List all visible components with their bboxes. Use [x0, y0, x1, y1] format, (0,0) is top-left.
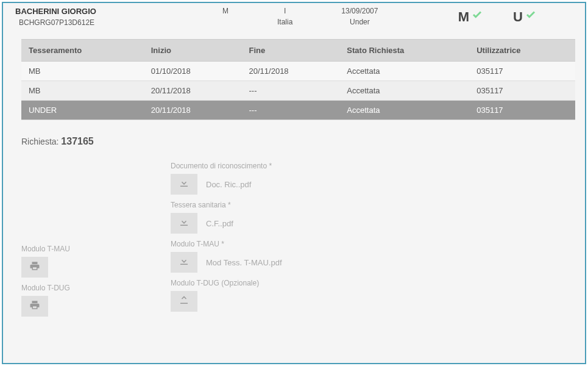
th-inizio: Inizio [144, 40, 242, 62]
country-short: I [277, 7, 292, 15]
cell-stato: Accettata [339, 62, 469, 81]
download-mau-button[interactable] [171, 252, 197, 273]
cell-tess: UNDER [21, 101, 144, 120]
gender-block: M [222, 7, 228, 26]
status-group: M U [458, 7, 536, 25]
cell-tess: MB [21, 62, 144, 81]
cell-util: 035117 [469, 81, 575, 101]
th-fine: Fine [242, 40, 340, 62]
doc-mau-file: Mod Tess. T-MAU.pdf [206, 258, 282, 267]
cell-util: 035117 [469, 62, 575, 81]
cell-fine: --- [242, 81, 340, 101]
person-info: BACHERINI GIORGIO BCHGRG07P13D612E [15, 7, 198, 27]
download-icon [179, 178, 190, 191]
cell-util: 035117 [469, 101, 575, 120]
print-mau-button[interactable] [21, 257, 48, 278]
status-u-label: U [513, 9, 523, 25]
cell-fine: 20/11/2018 [242, 62, 340, 81]
tesseramenti-table: Tesseramento Inizio Fine Stato Richiesta… [21, 39, 575, 120]
print-dug-button[interactable] [21, 296, 48, 317]
th-util: Utilizzatrice [469, 40, 575, 62]
doc-mau-block: Modulo T-MAU * Mod Tess. T-MAU.pdf [171, 240, 567, 273]
category: Under [341, 18, 378, 26]
download-tess-button[interactable] [171, 213, 197, 234]
status-m: M [458, 9, 483, 25]
cell-fine: --- [242, 101, 340, 120]
doc-ric-label: Documento di riconoscimento * [171, 162, 567, 170]
upload-icon [179, 295, 190, 308]
request-number: 137165 [61, 136, 93, 146]
print-icon [29, 300, 40, 313]
print-mau-label: Modulo T-MAU [21, 245, 171, 253]
status-u: U [513, 9, 536, 25]
person-code: BCHGRG07P13D612E [15, 18, 198, 27]
upload-dug-button[interactable] [171, 291, 197, 312]
country-block: I Italia [277, 7, 292, 26]
cell-stato: Accettata [339, 81, 469, 101]
download-icon [179, 256, 190, 269]
gender: M [222, 7, 228, 15]
status-m-label: M [458, 9, 469, 25]
doc-ric-block: Documento di riconoscimento * Doc. Ric..… [171, 162, 567, 195]
download-icon [179, 217, 190, 230]
doc-tess-file: C.F..pdf [206, 219, 233, 228]
th-stato: Stato Richiesta [339, 40, 469, 62]
table-header-row: Tesseramento Inizio Fine Stato Richiesta… [21, 40, 575, 62]
cell-inizio: 01/10/2018 [144, 62, 242, 81]
doc-dug-block: Modulo T-DUG (Opzionale) [171, 279, 567, 312]
person-name: BACHERINI GIORGIO [15, 7, 198, 16]
doc-mau-label: Modulo T-MAU * [171, 240, 567, 248]
print-mau-block: Modulo T-MAU [21, 245, 171, 278]
table-row[interactable]: UNDER 20/11/2018 --- Accettata 035117 [21, 101, 575, 120]
doc-tess-block: Tessera sanitaria * C.F..pdf [171, 201, 567, 234]
table-row[interactable]: MB 20/11/2018 --- Accettata 035117 [21, 81, 575, 101]
check-icon [525, 8, 536, 24]
cell-tess: MB [21, 81, 144, 101]
print-icon [29, 260, 40, 274]
docs-area: Modulo T-MAU Modulo T-DUG [3, 147, 585, 323]
request-row: Richiesta: 137165 [3, 120, 585, 147]
table-row[interactable]: MB 01/10/2018 20/11/2018 Accettata 03511… [21, 62, 575, 81]
check-icon [472, 8, 483, 24]
table-wrap: Tesseramento Inizio Fine Stato Richiesta… [3, 33, 585, 120]
person-header: BACHERINI GIORGIO BCHGRG07P13D612E M I I… [3, 3, 585, 33]
th-tess: Tesseramento [21, 40, 144, 62]
cell-inizio: 20/11/2018 [144, 101, 242, 120]
print-dug-label: Modulo T-DUG [21, 284, 171, 292]
country: Italia [277, 18, 292, 26]
cell-inizio: 20/11/2018 [144, 81, 242, 101]
print-col: Modulo T-MAU Modulo T-DUG [21, 162, 171, 323]
print-dug-block: Modulo T-DUG [21, 284, 171, 317]
upload-col: Documento di riconoscimento * Doc. Ric..… [171, 162, 567, 323]
birthdate-block: 13/09/2007 Under [341, 7, 378, 26]
main-panel: BACHERINI GIORGIO BCHGRG07P13D612E M I I… [2, 2, 586, 364]
download-ric-button[interactable] [171, 174, 197, 195]
doc-tess-label: Tessera sanitaria * [171, 201, 567, 209]
request-label: Richiesta: [21, 137, 58, 146]
doc-ric-file: Doc. Ric..pdf [206, 180, 251, 189]
doc-dug-label: Modulo T-DUG (Opzionale) [171, 279, 567, 287]
cell-stato: Accettata [339, 101, 469, 120]
birthdate: 13/09/2007 [341, 7, 378, 15]
